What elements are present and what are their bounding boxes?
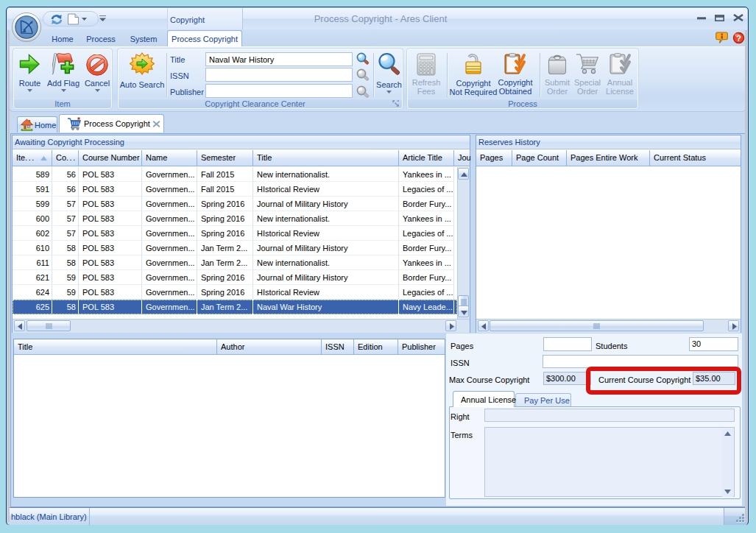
svg-text:?: ? xyxy=(736,34,741,43)
